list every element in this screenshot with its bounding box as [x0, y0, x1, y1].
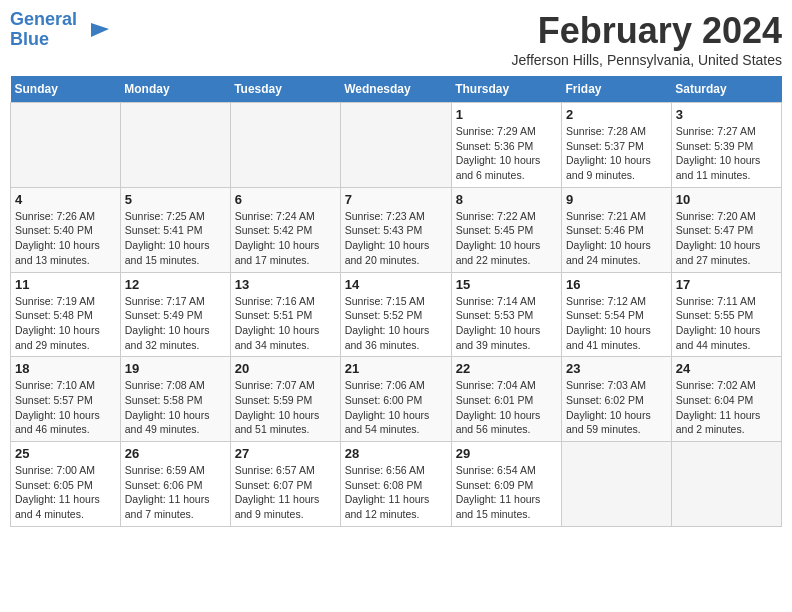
calendar-cell: 24Sunrise: 7:02 AMSunset: 6:04 PMDayligh… [671, 357, 781, 442]
day-info: Sunrise: 7:04 AMSunset: 6:01 PMDaylight:… [456, 378, 557, 437]
day-number: 15 [456, 277, 557, 292]
day-number: 17 [676, 277, 777, 292]
day-header-monday: Monday [120, 76, 230, 103]
day-number: 4 [15, 192, 116, 207]
logo-text: GeneralBlue [10, 10, 77, 50]
calendar-cell: 27Sunrise: 6:57 AMSunset: 6:07 PMDayligh… [230, 442, 340, 527]
calendar-cell: 15Sunrise: 7:14 AMSunset: 5:53 PMDayligh… [451, 272, 561, 357]
day-info: Sunrise: 7:23 AMSunset: 5:43 PMDaylight:… [345, 209, 447, 268]
calendar-cell: 12Sunrise: 7:17 AMSunset: 5:49 PMDayligh… [120, 272, 230, 357]
day-info: Sunrise: 6:56 AMSunset: 6:08 PMDaylight:… [345, 463, 447, 522]
logo-icon [81, 15, 111, 45]
day-info: Sunrise: 7:22 AMSunset: 5:45 PMDaylight:… [456, 209, 557, 268]
day-info: Sunrise: 7:27 AMSunset: 5:39 PMDaylight:… [676, 124, 777, 183]
day-number: 2 [566, 107, 667, 122]
day-number: 12 [125, 277, 226, 292]
day-header-wednesday: Wednesday [340, 76, 451, 103]
day-info: Sunrise: 7:24 AMSunset: 5:42 PMDaylight:… [235, 209, 336, 268]
day-number: 24 [676, 361, 777, 376]
calendar-cell: 22Sunrise: 7:04 AMSunset: 6:01 PMDayligh… [451, 357, 561, 442]
day-number: 7 [345, 192, 447, 207]
calendar-cell: 9Sunrise: 7:21 AMSunset: 5:46 PMDaylight… [562, 187, 672, 272]
calendar-cell: 2Sunrise: 7:28 AMSunset: 5:37 PMDaylight… [562, 103, 672, 188]
calendar-cell: 16Sunrise: 7:12 AMSunset: 5:54 PMDayligh… [562, 272, 672, 357]
day-info: Sunrise: 7:17 AMSunset: 5:49 PMDaylight:… [125, 294, 226, 353]
day-info: Sunrise: 7:00 AMSunset: 6:05 PMDaylight:… [15, 463, 116, 522]
calendar-cell: 1Sunrise: 7:29 AMSunset: 5:36 PMDaylight… [451, 103, 561, 188]
day-info: Sunrise: 7:29 AMSunset: 5:36 PMDaylight:… [456, 124, 557, 183]
calendar-cell: 19Sunrise: 7:08 AMSunset: 5:58 PMDayligh… [120, 357, 230, 442]
calendar-header-row: SundayMondayTuesdayWednesdayThursdayFrid… [11, 76, 782, 103]
day-info: Sunrise: 7:12 AMSunset: 5:54 PMDaylight:… [566, 294, 667, 353]
day-number: 27 [235, 446, 336, 461]
calendar-cell: 11Sunrise: 7:19 AMSunset: 5:48 PMDayligh… [11, 272, 121, 357]
day-number: 14 [345, 277, 447, 292]
week-row-5: 25Sunrise: 7:00 AMSunset: 6:05 PMDayligh… [11, 442, 782, 527]
day-number: 1 [456, 107, 557, 122]
day-info: Sunrise: 7:21 AMSunset: 5:46 PMDaylight:… [566, 209, 667, 268]
calendar-cell: 7Sunrise: 7:23 AMSunset: 5:43 PMDaylight… [340, 187, 451, 272]
calendar-cell: 23Sunrise: 7:03 AMSunset: 6:02 PMDayligh… [562, 357, 672, 442]
calendar-cell: 13Sunrise: 7:16 AMSunset: 5:51 PMDayligh… [230, 272, 340, 357]
calendar-cell: 29Sunrise: 6:54 AMSunset: 6:09 PMDayligh… [451, 442, 561, 527]
calendar-cell: 25Sunrise: 7:00 AMSunset: 6:05 PMDayligh… [11, 442, 121, 527]
day-info: Sunrise: 7:07 AMSunset: 5:59 PMDaylight:… [235, 378, 336, 437]
week-row-2: 4Sunrise: 7:26 AMSunset: 5:40 PMDaylight… [11, 187, 782, 272]
day-number: 29 [456, 446, 557, 461]
week-row-3: 11Sunrise: 7:19 AMSunset: 5:48 PMDayligh… [11, 272, 782, 357]
page-header: GeneralBlue February 2024 Jefferson Hill… [10, 10, 782, 68]
day-info: Sunrise: 7:03 AMSunset: 6:02 PMDaylight:… [566, 378, 667, 437]
day-info: Sunrise: 7:28 AMSunset: 5:37 PMDaylight:… [566, 124, 667, 183]
calendar-cell: 26Sunrise: 6:59 AMSunset: 6:06 PMDayligh… [120, 442, 230, 527]
day-info: Sunrise: 7:10 AMSunset: 5:57 PMDaylight:… [15, 378, 116, 437]
day-number: 25 [15, 446, 116, 461]
day-info: Sunrise: 7:08 AMSunset: 5:58 PMDaylight:… [125, 378, 226, 437]
day-info: Sunrise: 7:06 AMSunset: 6:00 PMDaylight:… [345, 378, 447, 437]
day-number: 10 [676, 192, 777, 207]
calendar-cell [230, 103, 340, 188]
calendar-cell [340, 103, 451, 188]
day-info: Sunrise: 7:26 AMSunset: 5:40 PMDaylight:… [15, 209, 116, 268]
day-number: 21 [345, 361, 447, 376]
day-info: Sunrise: 7:15 AMSunset: 5:52 PMDaylight:… [345, 294, 447, 353]
title-section: February 2024 Jefferson Hills, Pennsylva… [511, 10, 782, 68]
day-header-saturday: Saturday [671, 76, 781, 103]
calendar-cell: 21Sunrise: 7:06 AMSunset: 6:00 PMDayligh… [340, 357, 451, 442]
day-info: Sunrise: 7:19 AMSunset: 5:48 PMDaylight:… [15, 294, 116, 353]
day-number: 8 [456, 192, 557, 207]
day-number: 6 [235, 192, 336, 207]
calendar-cell: 18Sunrise: 7:10 AMSunset: 5:57 PMDayligh… [11, 357, 121, 442]
calendar-cell: 5Sunrise: 7:25 AMSunset: 5:41 PMDaylight… [120, 187, 230, 272]
day-info: Sunrise: 6:59 AMSunset: 6:06 PMDaylight:… [125, 463, 226, 522]
month-title: February 2024 [511, 10, 782, 52]
day-number: 16 [566, 277, 667, 292]
day-number: 3 [676, 107, 777, 122]
calendar-cell: 4Sunrise: 7:26 AMSunset: 5:40 PMDaylight… [11, 187, 121, 272]
day-number: 28 [345, 446, 447, 461]
calendar-cell: 28Sunrise: 6:56 AMSunset: 6:08 PMDayligh… [340, 442, 451, 527]
calendar-cell [562, 442, 672, 527]
day-info: Sunrise: 7:02 AMSunset: 6:04 PMDaylight:… [676, 378, 777, 437]
day-header-thursday: Thursday [451, 76, 561, 103]
day-number: 13 [235, 277, 336, 292]
location: Jefferson Hills, Pennsylvania, United St… [511, 52, 782, 68]
calendar-cell: 10Sunrise: 7:20 AMSunset: 5:47 PMDayligh… [671, 187, 781, 272]
day-header-tuesday: Tuesday [230, 76, 340, 103]
week-row-1: 1Sunrise: 7:29 AMSunset: 5:36 PMDaylight… [11, 103, 782, 188]
calendar-cell [11, 103, 121, 188]
calendar-cell: 8Sunrise: 7:22 AMSunset: 5:45 PMDaylight… [451, 187, 561, 272]
day-number: 26 [125, 446, 226, 461]
calendar-table: SundayMondayTuesdayWednesdayThursdayFrid… [10, 76, 782, 527]
day-number: 20 [235, 361, 336, 376]
day-number: 23 [566, 361, 667, 376]
svg-marker-0 [91, 23, 109, 37]
day-info: Sunrise: 7:25 AMSunset: 5:41 PMDaylight:… [125, 209, 226, 268]
calendar-cell [671, 442, 781, 527]
calendar-cell [120, 103, 230, 188]
day-info: Sunrise: 7:16 AMSunset: 5:51 PMDaylight:… [235, 294, 336, 353]
day-header-friday: Friday [562, 76, 672, 103]
day-info: Sunrise: 6:54 AMSunset: 6:09 PMDaylight:… [456, 463, 557, 522]
calendar-cell: 6Sunrise: 7:24 AMSunset: 5:42 PMDaylight… [230, 187, 340, 272]
day-info: Sunrise: 6:57 AMSunset: 6:07 PMDaylight:… [235, 463, 336, 522]
week-row-4: 18Sunrise: 7:10 AMSunset: 5:57 PMDayligh… [11, 357, 782, 442]
